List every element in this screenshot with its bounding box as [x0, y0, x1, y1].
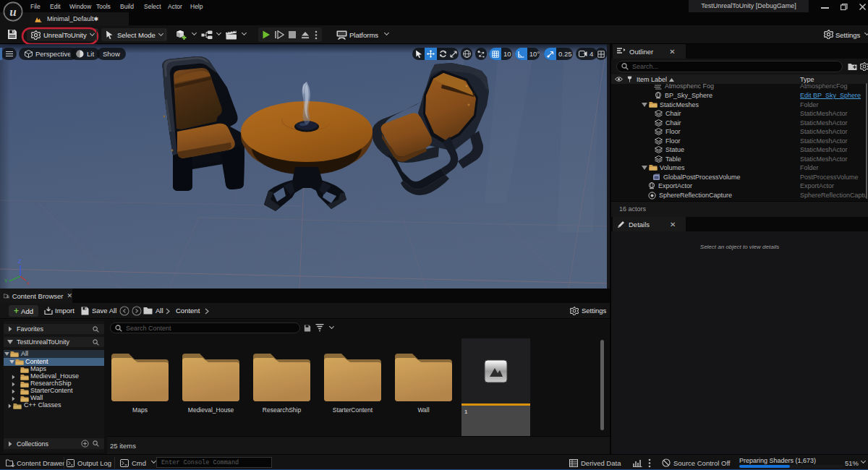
- svg-text:u: u: [9, 5, 16, 19]
- svg-text:Z: Z: [18, 259, 22, 264]
- svg-text:Y: Y: [4, 278, 8, 283]
- svg-text:x: x: [27, 281, 30, 286]
